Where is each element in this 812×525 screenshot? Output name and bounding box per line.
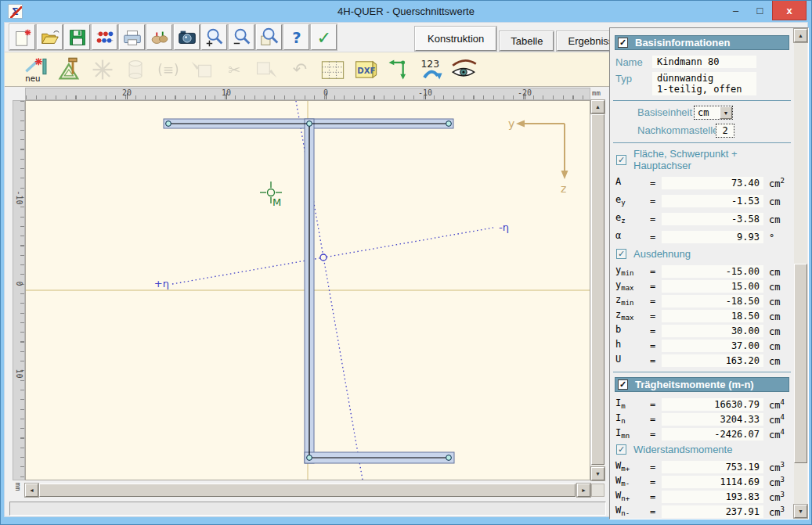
- panel-scroll-thumb[interactable]: [794, 264, 807, 463]
- desk-icon: [149, 27, 171, 49]
- dxf-export-button[interactable]: DXF: [351, 54, 381, 85]
- zoom-out-icon: [231, 27, 253, 49]
- value-field[interactable]: -18.50: [662, 295, 763, 307]
- name-field[interactable]: Kindmann 80: [652, 56, 756, 68]
- svg-text:neu: neu: [25, 74, 40, 82]
- checkbox-checked-icon[interactable]: ✓: [618, 379, 628, 390]
- separator: [613, 372, 791, 372]
- drawing-canvas[interactable]: +η -η y z: [25, 100, 590, 480]
- value-field[interactable]: 1114.69: [662, 476, 763, 488]
- desk-settings-button[interactable]: [146, 24, 172, 50]
- value-field[interactable]: 3204.33: [662, 413, 763, 426]
- section-toggle-flaeche[interactable]: ✓ Fläche, Schwerpunkt + Hauptachser: [616, 148, 788, 171]
- value-field[interactable]: 16630.79: [662, 398, 763, 411]
- value-field[interactable]: 18.50: [662, 310, 763, 322]
- clipboard-arrow-icon: [188, 56, 215, 83]
- checkbox-checked-icon[interactable]: ✓: [616, 249, 626, 259]
- tab-tabelle[interactable]: Tabelle: [500, 31, 554, 51]
- centroid-marker[interactable]: [320, 254, 327, 261]
- nachkommastellen-field[interactable]: 2: [716, 124, 734, 138]
- scroll-left-button[interactable]: ◄: [25, 484, 38, 497]
- axes-button[interactable]: [384, 54, 413, 85]
- center-point-button: [88, 54, 117, 85]
- checkbox-checked-icon[interactable]: ✓: [616, 444, 626, 455]
- value-row: Wm+ = 753.19 cm3: [615, 460, 789, 473]
- minimize-button[interactable]: –: [724, 1, 748, 20]
- zoom-previous-button[interactable]: [256, 24, 282, 50]
- section-toggle-ausdehnung[interactable]: ✓ Ausdehnung: [616, 248, 788, 260]
- checkbox-checked-icon[interactable]: ✓: [618, 38, 628, 48]
- renumber-button[interactable]: 123: [417, 54, 446, 85]
- name-row: Name Kindmann 80: [615, 56, 789, 68]
- snapshot-button[interactable]: [174, 24, 200, 50]
- close-button[interactable]: x: [772, 1, 807, 20]
- value-field[interactable]: -15.00: [662, 265, 763, 278]
- dxf-icon: DXF: [352, 56, 379, 83]
- nachkommastellen-label: Nachkommastellen: [615, 124, 716, 136]
- confirm-button[interactable]: ✓: [311, 24, 337, 50]
- checkmark-icon: ✓: [313, 27, 335, 49]
- value-field[interactable]: 30.00: [662, 325, 763, 337]
- svg-text:123: 123: [420, 57, 439, 69]
- construction-tools-button[interactable]: [55, 54, 85, 85]
- dropdown-arrow-icon[interactable]: ▼: [720, 106, 732, 119]
- new-document-button[interactable]: [9, 24, 35, 50]
- value-field[interactable]: -1.53: [662, 195, 763, 207]
- value-field[interactable]: 37.00: [662, 340, 763, 352]
- value-field[interactable]: 237.91: [662, 505, 763, 518]
- view-button[interactable]: [449, 54, 479, 85]
- value-row: h = 37.00 cm: [615, 339, 789, 352]
- calculation-options-button[interactable]: [92, 24, 117, 50]
- scroll-down-button[interactable]: ▼: [591, 467, 604, 480]
- value-field[interactable]: -2426.07: [662, 428, 763, 440]
- zoom-in-button[interactable]: [201, 24, 227, 50]
- value-field[interactable]: 163.20: [662, 354, 763, 367]
- value-field[interactable]: -3.58: [662, 213, 763, 225]
- value-field[interactable]: 9.93: [662, 231, 763, 243]
- maximize-button[interactable]: □: [748, 1, 772, 20]
- axis-y-label: y: [508, 117, 514, 130]
- tab-konstruktion[interactable]: Konstruktion: [415, 27, 496, 51]
- value-field[interactable]: 753.19: [662, 461, 763, 473]
- value-field[interactable]: 15.00: [662, 280, 763, 293]
- renumber-icon: 123: [418, 56, 445, 83]
- horizontal-scroll-thumb[interactable]: [39, 484, 576, 497]
- value-field[interactable]: 193.83: [662, 491, 763, 503]
- section-toggle-widerstandsmomente[interactable]: ✓ Widerstandsmomente: [616, 444, 788, 455]
- value-row: Im = 16630.79 cm4: [615, 397, 789, 411]
- properties-panel: ✓ Basisinformationen Name Kindmann 80 Ty…: [609, 27, 809, 520]
- cut-button: ✂: [219, 54, 249, 85]
- zoom-out-button[interactable]: [229, 24, 254, 50]
- scroll-up-button[interactable]: ▲: [591, 100, 604, 113]
- open-folder-icon: [39, 27, 61, 49]
- node[interactable]: [446, 121, 452, 127]
- node[interactable]: [446, 455, 452, 461]
- new-element-icon: neu: [23, 56, 50, 83]
- node[interactable]: [307, 455, 312, 461]
- value-row: b = 30.00 cm: [615, 324, 789, 337]
- panel-scroll-down-button[interactable]: ▼: [794, 505, 807, 518]
- canvas-vertical-scrollbar[interactable]: ▲ ▼: [591, 100, 604, 480]
- scroll-right-button[interactable]: ►: [577, 484, 590, 497]
- node[interactable]: [307, 121, 312, 127]
- panel-scroll-up-button[interactable]: ▲: [794, 29, 807, 42]
- section-header-basisinformationen[interactable]: ✓ Basisinformationen: [615, 35, 789, 50]
- properties-panel-content: ✓ Basisinformationen Name Kindmann 80 Ty…: [611, 29, 793, 518]
- cylinder-icon: [122, 56, 149, 83]
- profile-outline[interactable]: [164, 119, 454, 463]
- help-button[interactable]: ?: [283, 24, 309, 50]
- window-title: 4H-QUER - Querschnittswerte: [1, 5, 811, 17]
- save-button[interactable]: [64, 24, 90, 50]
- open-file-button[interactable]: [37, 24, 63, 50]
- new-element-button[interactable]: neu: [22, 54, 52, 85]
- node[interactable]: [166, 121, 171, 127]
- value-field[interactable]: 73.40: [662, 177, 763, 189]
- panel-scrollbar[interactable]: ▲ ▼: [794, 29, 807, 518]
- basiseinheit-dropdown[interactable]: cm ▼: [694, 106, 733, 120]
- print-button[interactable]: [119, 24, 145, 50]
- checkbox-checked-icon[interactable]: ✓: [616, 155, 626, 165]
- section-header-traegheitsmomente[interactable]: ✓ Trägheitsmomente (m-n): [615, 377, 789, 392]
- canvas-horizontal-scrollbar[interactable]: ◄ ►: [25, 484, 590, 497]
- grid-button[interactable]: [318, 54, 348, 85]
- vertical-scroll-thumb[interactable]: [591, 114, 604, 465]
